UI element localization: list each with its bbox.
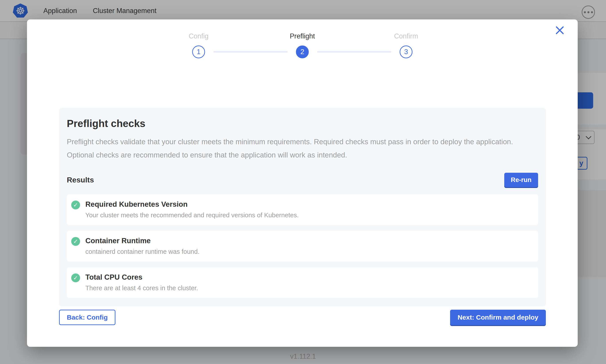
step-preflight: Preflight 2 [288,32,317,58]
step-label: Confirm [394,32,418,42]
rerun-button[interactable]: Re-run [504,173,538,187]
check-circle-icon: ✓ [71,201,80,209]
step-number-circle: 2 [296,46,309,58]
check-title: Required Kubernetes Version [85,200,299,208]
panel-title: Preflight checks [67,117,538,130]
check-row: ✓ Required Kubernetes Version Your clust… [67,194,538,225]
check-circle-icon: ✓ [71,273,80,282]
modal-footer: Back: Config Next: Confirm and deploy [59,310,546,325]
preflight-modal: Config 1 Preflight 2 Confirm 3 Preflight… [27,19,578,347]
step-confirm: Confirm 3 [391,32,421,58]
check-row: ✓ Container Runtime containerd container… [67,231,538,261]
check-description: There are at least 4 cores in the cluste… [85,285,198,292]
check-content: Container Runtime containerd container r… [85,236,199,255]
next-confirm-deploy-button[interactable]: Next: Confirm and deploy [450,310,546,325]
step-label: Preflight [290,32,315,42]
check-description: Your cluster meets the recommended and r… [85,212,299,219]
panel-description: Preflight checks validate that your clus… [67,135,527,162]
check-content: Required Kubernetes Version Your cluster… [85,200,299,219]
back-config-button[interactable]: Back: Config [59,310,115,325]
close-button[interactable] [554,25,565,36]
step-label: Config [189,32,208,42]
results-header-row: Results Re-run [67,173,538,187]
check-description: containerd container runtime was found. [85,248,199,255]
check-row: ✓ Total CPU Cores There are at least 4 c… [67,267,538,298]
step-number-circle: 3 [400,46,413,58]
step-config: Config 1 [184,32,213,58]
check-content: Total CPU Cores There are at least 4 cor… [85,273,198,292]
step-connector [213,51,288,52]
check-title: Total CPU Cores [85,273,198,281]
step-connector [317,51,391,52]
preflight-panel: Preflight checks Preflight checks valida… [59,108,546,306]
close-icon [554,25,565,36]
wizard-stepper: Config 1 Preflight 2 Confirm 3 [27,32,578,58]
modal-body: Preflight checks Preflight checks valida… [27,108,578,325]
check-title: Container Runtime [85,236,199,245]
step-number-circle: 1 [192,46,205,58]
check-circle-icon: ✓ [71,237,80,246]
results-label: Results [67,176,94,184]
